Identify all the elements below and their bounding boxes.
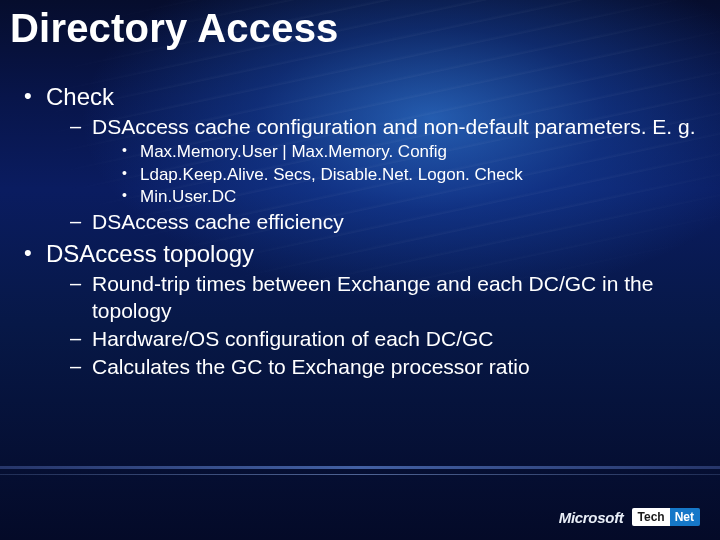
bullet-hw: Hardware/OS configuration of each DC/GC [64, 326, 702, 352]
bullet-topology: DSAccess topology Round-trip times betwe… [18, 239, 702, 380]
bullet-cache-eff: DSAccess cache efficiency [64, 209, 702, 235]
bullet-check-label: Check [46, 83, 114, 110]
bullet-cache-config-text: DSAccess cache configuration and non-def… [92, 115, 696, 138]
slide-title: Directory Access [10, 6, 710, 51]
separator-rules [0, 466, 720, 478]
bullet-rtt: Round-trip times between Exchange and ea… [64, 271, 702, 324]
footer-logo: Microsoft Tech Net [559, 508, 700, 526]
technet-badge: Tech Net [632, 508, 700, 526]
bullet-ratio: Calculates the GC to Exchange processor … [64, 354, 702, 380]
technet-net: Net [670, 508, 700, 526]
bullet-check: Check DSAccess cache configuration and n… [18, 82, 702, 235]
slide: Directory Access Check DSAccess cache co… [0, 0, 720, 540]
bullet-param-3: Min.User.DC [116, 186, 702, 207]
separator-line-thin [0, 474, 720, 475]
technet-tech: Tech [632, 508, 670, 526]
bullet-param-2: Ldap.Keep.Alive. Secs, Disable.Net. Logo… [116, 164, 702, 185]
microsoft-text: Microsoft [559, 509, 624, 526]
bullet-topology-label: DSAccess topology [46, 240, 254, 267]
separator-line-thick [0, 466, 720, 469]
bullet-param-1: Max.Memory.User | Max.Memory. Config [116, 141, 702, 162]
slide-content: Check DSAccess cache configuration and n… [18, 78, 702, 382]
microsoft-wordmark: Microsoft [559, 509, 624, 526]
bullet-cache-config: DSAccess cache configuration and non-def… [64, 114, 702, 207]
